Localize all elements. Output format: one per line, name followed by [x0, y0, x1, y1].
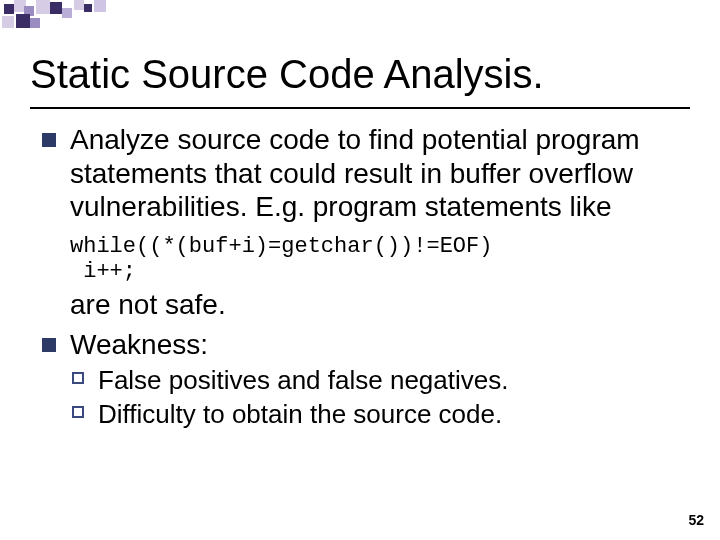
bullet-text: Weakness:	[70, 328, 672, 362]
bullet-text: Analyze source code to find potential pr…	[70, 123, 672, 224]
sub-item: False positives and false negatives.	[98, 364, 672, 397]
decor-square	[36, 0, 50, 14]
square-bullet-icon	[42, 133, 56, 147]
sub-text: Difficulty to obtain the source code.	[98, 398, 672, 431]
sub-text: False positives and false negatives.	[98, 364, 672, 397]
square-bullet-icon	[42, 338, 56, 352]
hollow-square-bullet-icon	[72, 372, 84, 384]
decor-square	[94, 0, 106, 12]
decor-square	[2, 16, 14, 28]
decor-square	[30, 18, 40, 28]
sub-list: False positives and false negatives. Dif…	[70, 364, 672, 431]
decor-square	[16, 14, 30, 28]
slide-title: Static Source Code Analysis.	[30, 52, 690, 97]
decor-square	[62, 8, 72, 18]
body: Analyze source code to find potential pr…	[0, 109, 720, 431]
hollow-square-bullet-icon	[72, 406, 84, 418]
bullet-trailing: are not safe.	[70, 288, 672, 322]
corner-decoration	[0, 0, 150, 30]
decor-square	[50, 2, 62, 14]
bullet-item: Analyze source code to find potential pr…	[70, 123, 672, 322]
sub-item: Difficulty to obtain the source code.	[98, 398, 672, 431]
bullet-item: Weakness: False positives and false nega…	[70, 328, 672, 431]
page-number: 52	[688, 512, 704, 528]
code-block: while((*(buf+i)=getchar())!=EOF) i++;	[70, 234, 672, 285]
decor-square	[84, 4, 92, 12]
decor-square	[74, 0, 84, 10]
slide: Static Source Code Analysis. Analyze sou…	[0, 0, 720, 540]
decor-square	[4, 4, 14, 14]
